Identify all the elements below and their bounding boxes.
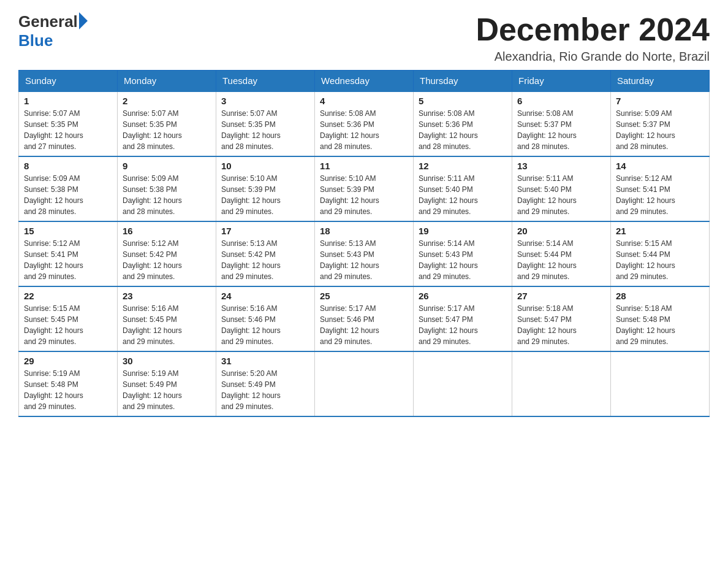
calendar-cell: 28 Sunrise: 5:18 AM Sunset: 5:48 PM Dayl… <box>611 286 710 351</box>
day-number: 12 <box>419 161 507 171</box>
day-info: Sunrise: 5:13 AM Sunset: 5:43 PM Dayligh… <box>320 238 408 282</box>
day-info: Sunrise: 5:07 AM Sunset: 5:35 PM Dayligh… <box>221 108 309 152</box>
title-block: December 2024 Alexandria, Rio Grande do … <box>476 12 710 64</box>
day-number: 31 <box>221 356 309 366</box>
logo-general-text: General <box>18 12 78 31</box>
day-number: 26 <box>419 291 507 301</box>
day-info: Sunrise: 5:15 AM Sunset: 5:45 PM Dayligh… <box>24 303 112 347</box>
calendar-cell: 14 Sunrise: 5:12 AM Sunset: 5:41 PM Dayl… <box>611 156 710 221</box>
day-info: Sunrise: 5:14 AM Sunset: 5:43 PM Dayligh… <box>419 238 507 282</box>
day-number: 27 <box>517 291 605 301</box>
day-info: Sunrise: 5:12 AM Sunset: 5:42 PM Dayligh… <box>123 238 211 282</box>
day-number: 8 <box>24 161 112 171</box>
calendar-cell: 31 Sunrise: 5:20 AM Sunset: 5:49 PM Dayl… <box>216 351 315 416</box>
day-number: 24 <box>221 291 309 301</box>
col-header-wednesday: Wednesday <box>315 71 414 92</box>
day-info: Sunrise: 5:17 AM Sunset: 5:46 PM Dayligh… <box>320 303 408 347</box>
day-info: Sunrise: 5:16 AM Sunset: 5:46 PM Dayligh… <box>221 303 309 347</box>
calendar-week-row: 15 Sunrise: 5:12 AM Sunset: 5:41 PM Dayl… <box>19 221 710 286</box>
calendar-cell: 20 Sunrise: 5:14 AM Sunset: 5:44 PM Dayl… <box>512 221 611 286</box>
day-number: 3 <box>221 96 309 106</box>
day-number: 9 <box>123 161 211 171</box>
location-subtitle: Alexandria, Rio Grande do Norte, Brazil <box>476 50 710 64</box>
calendar-cell: 24 Sunrise: 5:16 AM Sunset: 5:46 PM Dayl… <box>216 286 315 351</box>
day-info: Sunrise: 5:07 AM Sunset: 5:35 PM Dayligh… <box>123 108 211 152</box>
day-number: 15 <box>24 226 112 236</box>
logo-arrow-icon <box>79 12 88 29</box>
day-info: Sunrise: 5:12 AM Sunset: 5:41 PM Dayligh… <box>24 238 112 282</box>
day-number: 29 <box>24 356 112 366</box>
col-header-friday: Friday <box>512 71 611 92</box>
day-number: 7 <box>616 96 704 106</box>
day-info: Sunrise: 5:16 AM Sunset: 5:45 PM Dayligh… <box>123 303 211 347</box>
calendar-cell: 16 Sunrise: 5:12 AM Sunset: 5:42 PM Dayl… <box>118 221 216 286</box>
day-info: Sunrise: 5:17 AM Sunset: 5:47 PM Dayligh… <box>419 303 507 347</box>
day-info: Sunrise: 5:08 AM Sunset: 5:36 PM Dayligh… <box>419 108 507 152</box>
day-info: Sunrise: 5:19 AM Sunset: 5:49 PM Dayligh… <box>123 368 211 412</box>
calendar-cell: 17 Sunrise: 5:13 AM Sunset: 5:42 PM Dayl… <box>216 221 315 286</box>
calendar-week-row: 29 Sunrise: 5:19 AM Sunset: 5:48 PM Dayl… <box>19 351 710 416</box>
logo: General Blue <box>18 12 88 50</box>
calendar-week-row: 22 Sunrise: 5:15 AM Sunset: 5:45 PM Dayl… <box>19 286 710 351</box>
calendar-cell: 3 Sunrise: 5:07 AM Sunset: 5:35 PM Dayli… <box>216 91 315 156</box>
day-number: 6 <box>517 96 605 106</box>
day-number: 16 <box>123 226 211 236</box>
calendar-cell: 4 Sunrise: 5:08 AM Sunset: 5:36 PM Dayli… <box>315 91 414 156</box>
calendar-cell: 27 Sunrise: 5:18 AM Sunset: 5:47 PM Dayl… <box>512 286 611 351</box>
day-number: 2 <box>123 96 211 106</box>
col-header-monday: Monday <box>118 71 216 92</box>
day-info: Sunrise: 5:15 AM Sunset: 5:44 PM Dayligh… <box>616 238 704 282</box>
day-number: 4 <box>320 96 408 106</box>
calendar-cell <box>315 351 414 416</box>
col-header-saturday: Saturday <box>611 71 710 92</box>
calendar-cell: 22 Sunrise: 5:15 AM Sunset: 5:45 PM Dayl… <box>19 286 118 351</box>
col-header-sunday: Sunday <box>19 71 118 92</box>
calendar-cell: 9 Sunrise: 5:09 AM Sunset: 5:38 PM Dayli… <box>118 156 216 221</box>
calendar-header-row: SundayMondayTuesdayWednesdayThursdayFrid… <box>19 71 710 92</box>
calendar-cell: 12 Sunrise: 5:11 AM Sunset: 5:40 PM Dayl… <box>414 156 512 221</box>
day-number: 20 <box>517 226 605 236</box>
day-number: 17 <box>221 226 309 236</box>
day-info: Sunrise: 5:09 AM Sunset: 5:38 PM Dayligh… <box>123 173 211 217</box>
day-number: 23 <box>123 291 211 301</box>
day-info: Sunrise: 5:08 AM Sunset: 5:37 PM Dayligh… <box>517 108 605 152</box>
calendar-cell: 19 Sunrise: 5:14 AM Sunset: 5:43 PM Dayl… <box>414 221 512 286</box>
day-number: 10 <box>221 161 309 171</box>
calendar-cell: 6 Sunrise: 5:08 AM Sunset: 5:37 PM Dayli… <box>512 91 611 156</box>
calendar-cell: 25 Sunrise: 5:17 AM Sunset: 5:46 PM Dayl… <box>315 286 414 351</box>
day-number: 28 <box>616 291 704 301</box>
calendar-cell: 13 Sunrise: 5:11 AM Sunset: 5:40 PM Dayl… <box>512 156 611 221</box>
calendar-cell: 26 Sunrise: 5:17 AM Sunset: 5:47 PM Dayl… <box>414 286 512 351</box>
logo-blue-text: Blue <box>18 31 53 50</box>
calendar-cell: 30 Sunrise: 5:19 AM Sunset: 5:49 PM Dayl… <box>118 351 216 416</box>
day-info: Sunrise: 5:12 AM Sunset: 5:41 PM Dayligh… <box>616 173 704 217</box>
calendar-week-row: 1 Sunrise: 5:07 AM Sunset: 5:35 PM Dayli… <box>19 91 710 156</box>
day-number: 22 <box>24 291 112 301</box>
day-info: Sunrise: 5:13 AM Sunset: 5:42 PM Dayligh… <box>221 238 309 282</box>
day-info: Sunrise: 5:09 AM Sunset: 5:38 PM Dayligh… <box>24 173 112 217</box>
day-number: 21 <box>616 226 704 236</box>
calendar-cell: 1 Sunrise: 5:07 AM Sunset: 5:35 PM Dayli… <box>19 91 118 156</box>
calendar-cell: 29 Sunrise: 5:19 AM Sunset: 5:48 PM Dayl… <box>19 351 118 416</box>
calendar-table: SundayMondayTuesdayWednesdayThursdayFrid… <box>18 70 710 417</box>
calendar-cell <box>512 351 611 416</box>
day-number: 30 <box>123 356 211 366</box>
calendar-cell: 18 Sunrise: 5:13 AM Sunset: 5:43 PM Dayl… <box>315 221 414 286</box>
day-number: 25 <box>320 291 408 301</box>
day-info: Sunrise: 5:07 AM Sunset: 5:35 PM Dayligh… <box>24 108 112 152</box>
calendar-cell: 8 Sunrise: 5:09 AM Sunset: 5:38 PM Dayli… <box>19 156 118 221</box>
calendar-cell: 7 Sunrise: 5:09 AM Sunset: 5:37 PM Dayli… <box>611 91 710 156</box>
calendar-cell: 21 Sunrise: 5:15 AM Sunset: 5:44 PM Dayl… <box>611 221 710 286</box>
calendar-cell: 10 Sunrise: 5:10 AM Sunset: 5:39 PM Dayl… <box>216 156 315 221</box>
day-info: Sunrise: 5:18 AM Sunset: 5:48 PM Dayligh… <box>616 303 704 347</box>
page-header: General Blue December 2024 Alexandria, R… <box>18 12 710 64</box>
calendar-cell <box>414 351 512 416</box>
day-number: 19 <box>419 226 507 236</box>
day-number: 5 <box>419 96 507 106</box>
day-info: Sunrise: 5:08 AM Sunset: 5:36 PM Dayligh… <box>320 108 408 152</box>
calendar-cell: 2 Sunrise: 5:07 AM Sunset: 5:35 PM Dayli… <box>118 91 216 156</box>
day-number: 18 <box>320 226 408 236</box>
calendar-cell: 11 Sunrise: 5:10 AM Sunset: 5:39 PM Dayl… <box>315 156 414 221</box>
day-info: Sunrise: 5:20 AM Sunset: 5:49 PM Dayligh… <box>221 368 309 412</box>
day-info: Sunrise: 5:10 AM Sunset: 5:39 PM Dayligh… <box>320 173 408 217</box>
